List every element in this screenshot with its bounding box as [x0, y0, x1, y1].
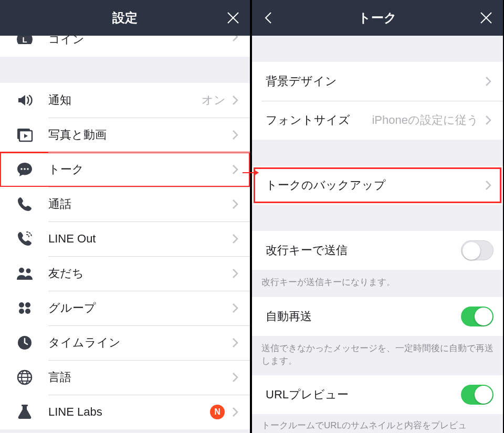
svg-point-10: [25, 309, 30, 314]
chevron-right-icon: [483, 180, 494, 191]
settings-title: 設定: [112, 9, 138, 26]
row-coin[interactable]: L コイン: [0, 36, 250, 57]
talk-label: トーク: [48, 162, 230, 177]
settings-list: L コイン 通知 オン 写真と動画 トーク: [0, 36, 250, 433]
row-labs[interactable]: LINE Labs N: [0, 395, 250, 429]
close-icon: [226, 10, 240, 25]
lineout-icon: [14, 228, 36, 250]
chevron-right-icon: [230, 130, 240, 140]
svg-point-7: [19, 302, 24, 308]
media-icon: [14, 124, 36, 146]
chevron-right-icon: [483, 115, 494, 125]
row-lineout[interactable]: LINE Out: [0, 221, 250, 256]
annotation-arrow: [243, 172, 258, 173]
new-badge: N: [210, 405, 225, 419]
enter-send-help: 改行キーが送信キーになります。: [252, 270, 503, 297]
groups-label: グループ: [48, 300, 230, 316]
url-preview-switch[interactable]: [461, 385, 494, 405]
svg-rect-14: [22, 405, 28, 406]
row-friends[interactable]: 友だち: [0, 256, 250, 291]
notify-value: オン: [202, 92, 226, 108]
svg-point-3: [24, 168, 26, 170]
chevron-right-icon: [230, 337, 240, 348]
row-url-preview[interactable]: URLプレビュー: [252, 375, 503, 414]
font-label: フォントサイズ: [266, 112, 372, 128]
labs-label: LINE Labs: [48, 405, 210, 419]
auto-resend-switch[interactable]: [461, 307, 494, 326]
talk-header: トーク: [252, 0, 503, 36]
chevron-right-icon: [230, 164, 240, 175]
media-label: 写真と動画: [48, 127, 230, 143]
row-font-size[interactable]: フォントサイズ iPhoneの設定に従う: [252, 101, 503, 140]
chevron-right-icon: [230, 268, 240, 279]
groups-icon: [14, 297, 36, 319]
section-gap: [252, 140, 503, 166]
flask-icon: [14, 401, 36, 423]
svg-point-4: [27, 168, 29, 170]
speaker-icon: [14, 89, 36, 111]
chevron-right-icon: [230, 95, 240, 105]
friends-icon: [14, 262, 36, 284]
auto-resend-help: 送信できなかったメッセージを、一定時間後に自動で再送します。: [252, 336, 503, 376]
row-enter-send[interactable]: 改行キーで送信: [252, 231, 503, 270]
timeline-label: タイムライン: [48, 335, 230, 351]
svg-point-5: [19, 268, 24, 273]
friends-label: 友だち: [48, 266, 230, 281]
lang-label: 言語: [48, 369, 230, 385]
chevron-right-icon: [230, 234, 240, 244]
call-label: 通話: [48, 196, 230, 212]
url-preview-label: URLプレビュー: [266, 387, 461, 403]
talk-settings-list: 背景デザイン フォントサイズ iPhoneの設定に従う トークのバックアップ 改…: [252, 36, 503, 433]
close-button[interactable]: [216, 0, 250, 36]
settings-header: 設定: [0, 0, 250, 36]
globe-icon: [14, 366, 36, 388]
row-talk[interactable]: トーク: [0, 152, 250, 187]
back-icon: [261, 10, 276, 25]
talk-title: トーク: [358, 9, 397, 26]
row-media[interactable]: 写真と動画: [0, 118, 250, 152]
settings-screen: 設定 L コイン 通知 オン 写真と動画: [0, 0, 251, 433]
row-call[interactable]: 通話: [0, 187, 250, 221]
clock-icon: [14, 332, 36, 354]
row-bg-design[interactable]: 背景デザイン: [252, 62, 503, 101]
svg-point-9: [19, 309, 24, 314]
chevron-right-icon: [230, 372, 240, 383]
svg-point-6: [26, 269, 31, 273]
chevron-right-icon: [483, 76, 494, 87]
close-button[interactable]: [469, 0, 503, 36]
phone-icon: [14, 193, 36, 215]
svg-point-8: [25, 302, 30, 308]
row-timeline[interactable]: タイムライン: [0, 325, 250, 360]
row-groups[interactable]: グループ: [0, 291, 250, 325]
coin-label: コイン: [48, 36, 230, 47]
back-button[interactable]: [252, 0, 286, 36]
bg-label: 背景デザイン: [266, 73, 483, 89]
row-notify[interactable]: 通知 オン: [0, 83, 250, 118]
close-icon: [479, 10, 494, 25]
talk-icon: [14, 159, 36, 181]
chevron-right-icon: [230, 36, 240, 42]
talk-settings-screen: トーク 背景デザイン フォントサイズ iPhoneの設定に従う トークのバックア…: [251, 0, 503, 433]
row-auto-resend[interactable]: 自動再送: [252, 297, 503, 336]
url-preview-help: トークルームでURLのサムネイルと内容をプレビュ: [252, 414, 503, 432]
chevron-right-icon: [230, 407, 240, 417]
svg-point-2: [20, 168, 23, 170]
section-gap: [252, 205, 503, 231]
enter-send-label: 改行キーで送信: [266, 242, 461, 258]
chevron-right-icon: [230, 199, 240, 209]
section-gap: [0, 57, 250, 83]
enter-send-switch[interactable]: [461, 240, 494, 260]
lineout-label: LINE Out: [48, 232, 230, 246]
section-gap: [252, 36, 503, 62]
coin-icon: L: [14, 36, 36, 44]
notify-label: 通知: [48, 92, 202, 108]
chevron-right-icon: [230, 303, 240, 313]
row-talk-backup[interactable]: トークのバックアップ: [252, 166, 503, 205]
font-value: iPhoneの設定に従う: [372, 112, 479, 128]
backup-label: トークのバックアップ: [266, 177, 483, 193]
row-lang[interactable]: 言語: [0, 360, 250, 395]
auto-resend-label: 自動再送: [266, 309, 461, 324]
